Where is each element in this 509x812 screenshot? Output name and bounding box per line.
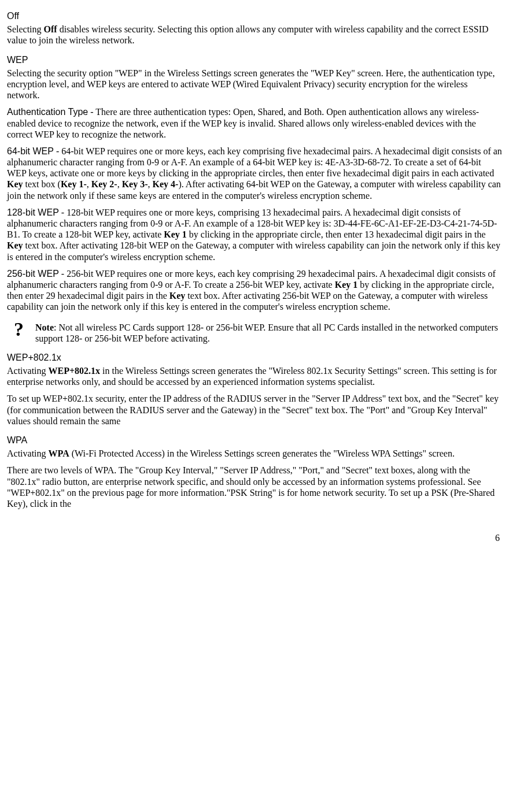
text: Activating: [7, 366, 49, 376]
paragraph-wpa-1: Activating WPA (Wi-Fi Protected Access) …: [7, 448, 502, 459]
text-bold: Key 1-: [61, 179, 87, 189]
note-text: Note: Not all wireless PC Cards support …: [35, 320, 502, 344]
text: (Wi-Fi Protected Access) in the Wireless…: [69, 448, 455, 458]
runin-128bit: 128-bit WEP: [7, 207, 59, 217]
text: -: [88, 107, 95, 117]
text-bold: Key 2-: [91, 179, 117, 189]
note-block: ? Note: Not all wireless PC Cards suppor…: [7, 320, 502, 344]
page-number: 6: [7, 532, 502, 543]
paragraph-256bit-wep: 256-bit WEP - 256-bit WEP requires one o…: [7, 268, 502, 313]
runin-64bit: 64-bit WEP: [7, 146, 54, 156]
runin-256bit: 256-bit WEP: [7, 269, 59, 279]
text-bold: Key: [7, 240, 23, 250]
heading-wep8021x: WEP+802.1x: [7, 352, 502, 363]
paragraph-wep-intro: Selecting the security option "WEP" in t…: [7, 68, 502, 101]
text: text box. After activating 128-bit WEP o…: [7, 240, 500, 261]
paragraph-wep8021x-1: Activating WEP+802.1x in the Wireless Se…: [7, 365, 502, 387]
text: -: [54, 146, 61, 156]
text-bold: WPA: [49, 448, 69, 458]
text-bold: Key 4-: [153, 179, 179, 189]
text: ,: [148, 179, 153, 189]
text-bold: WEP+802.1x: [49, 366, 101, 376]
text-bold: Key 3-: [122, 179, 148, 189]
note-lead: Note: [35, 322, 54, 332]
paragraph-128bit-wep: 128-bit WEP - 128-bit WEP requires one o…: [7, 207, 502, 262]
text: by clicking in the appropriate circle, t…: [187, 229, 486, 239]
heading-wpa: WPA: [7, 435, 502, 446]
note-body: : Not all wireless PC Cards support 128-…: [35, 322, 498, 343]
text: -: [59, 269, 67, 279]
paragraph-wep8021x-2: To set up WEP+802.1x security, enter the…: [7, 393, 502, 427]
text-bold: Key 1: [335, 280, 358, 290]
text: Activating: [7, 448, 49, 458]
paragraph-wpa-2: There are two levels of WPA. The "Group …: [7, 465, 502, 509]
runin-auth-type: Authentication Type: [7, 107, 88, 117]
paragraph-auth-type: Authentication Type - There are three au…: [7, 106, 502, 140]
text-bold: Key 1: [164, 229, 187, 239]
text: disables wireless security. Selecting th…: [7, 24, 489, 45]
heading-off: Off: [7, 10, 502, 21]
text-bold: Off: [44, 24, 57, 34]
text: -: [59, 207, 67, 217]
text: text box (: [23, 179, 61, 189]
text: ,: [87, 179, 91, 189]
text-bold: Key: [7, 179, 23, 189]
paragraph-64bit-wep: 64-bit WEP - 64-bit WEP requires one or …: [7, 146, 502, 201]
heading-wep: WEP: [7, 54, 502, 65]
paragraph-off: Selecting Off disables wireless security…: [7, 24, 502, 46]
text: ,: [117, 179, 122, 189]
question-icon: ?: [7, 320, 35, 339]
text: Selecting: [7, 24, 44, 34]
text: 64-bit WEP requires one or more keys, ea…: [7, 146, 502, 178]
text-bold: Key: [169, 291, 186, 301]
